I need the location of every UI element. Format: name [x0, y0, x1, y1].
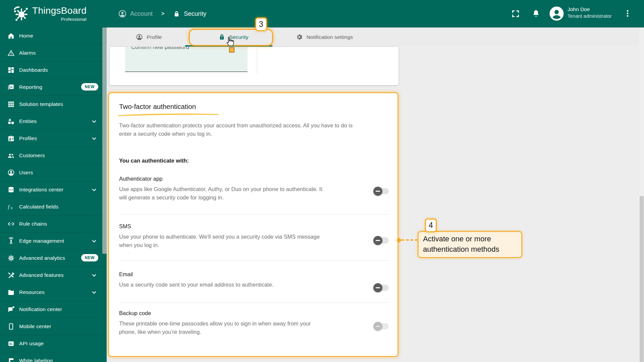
profile-icon — [136, 34, 143, 41]
row-divider — [119, 302, 389, 303]
reporting-icon — [7, 83, 15, 91]
thingsboard-logo-icon — [13, 6, 29, 22]
sidebar-item-label: Dashboards — [19, 67, 48, 73]
method-sms: SMS Use your phone to authenticate. We'l… — [119, 223, 354, 249]
sidebar-scrollbar-thumb[interactable] — [102, 27, 107, 254]
two-factor-authentication-card: Two-factor authentication Two-factor aut… — [108, 92, 398, 357]
dashboards-icon — [7, 66, 15, 74]
change-password-card: Confirm new password — [110, 47, 398, 85]
breadcrumb: Account > Security — [118, 0, 206, 27]
sidebar-item-profiles[interactable]: Profiles — [0, 130, 103, 147]
tab-notification-settings[interactable]: Notification settings — [276, 27, 373, 47]
sidebar-item-resources[interactable]: Resources — [0, 284, 103, 301]
sidebar-item-label: Mobile center — [19, 323, 51, 329]
method-email: Email Use a security code sent to your e… — [119, 271, 354, 289]
users-icon — [7, 169, 15, 176]
sidebar-item-solution-templates[interactable]: Solution templates — [0, 96, 103, 113]
tab-label: Security — [229, 34, 249, 40]
fullscreen-button[interactable] — [511, 9, 520, 18]
entities-icon — [7, 118, 15, 125]
chevron-down-icon — [91, 136, 97, 141]
chevron-down-icon — [91, 187, 97, 193]
account-circle-icon — [118, 9, 127, 18]
new-badge: NEW — [81, 254, 99, 261]
more-menu-button[interactable] — [623, 9, 632, 18]
method-description: These printable one-time passcodes allow… — [119, 319, 354, 336]
sidebar-item-label: Calculated fields — [19, 204, 58, 210]
sidebar-item-dashboards[interactable]: Dashboards — [0, 62, 103, 79]
rule-chains-icon — [7, 220, 15, 228]
sidebar-item-customers[interactable]: Customers — [0, 147, 103, 164]
advanced-analytics-icon — [7, 254, 15, 262]
method-description: Use apps like Google Authenticator, Auth… — [119, 185, 354, 202]
resources-icon — [7, 289, 15, 296]
sidebar-item-alarms[interactable]: Alarms — [0, 45, 103, 62]
sidebar-item-white-labeling[interactable]: White labeling — [0, 352, 103, 362]
sidebar-item-rule-chains[interactable]: Rule chains — [0, 216, 103, 233]
sidebar-item-edge-management[interactable]: Edge management — [0, 233, 103, 250]
sidebar-item-reporting[interactable]: Reporting NEW — [0, 79, 103, 96]
toggle-thumb-off — [373, 236, 382, 245]
callout-connector-dashes — [401, 239, 418, 241]
new-badge: NEW — [81, 83, 99, 90]
sidebar-item-users[interactable]: Users — [0, 164, 103, 181]
sidebar-item-label: Solution templates — [19, 101, 63, 107]
step4-tooltip: Activate one or more authentication meth… — [418, 231, 522, 258]
sidebar-item-label: Users — [19, 170, 33, 176]
breadcrumb-separator: > — [161, 11, 164, 17]
breadcrumb-security: Security — [184, 10, 206, 17]
sidebar-item-advanced-features[interactable]: Advanced features — [0, 267, 103, 284]
authenticator-app-toggle[interactable] — [373, 186, 389, 196]
calculated-fields-icon — [7, 203, 15, 210]
sidebar-nav-list: Home Alarms Dashboards Reporting NEW Sol… — [0, 27, 103, 362]
main-content: Profile Security Notification settings C… — [107, 27, 644, 362]
email-toggle[interactable] — [373, 283, 389, 292]
sidebar-item-label: Integrations center — [19, 187, 63, 193]
lock-icon — [173, 10, 180, 17]
logo-title: ThingsBoard — [32, 5, 87, 16]
edge-management-icon — [7, 237, 15, 245]
chevron-down-icon — [91, 238, 97, 244]
sidebar-item-label: Resources — [19, 289, 45, 295]
method-name: Backup code — [119, 310, 354, 316]
sidebar-item-mobile-center[interactable]: Mobile center — [0, 318, 103, 335]
step4-badge: 4 — [425, 219, 437, 232]
method-name: SMS — [119, 223, 354, 230]
form-column-divider — [257, 47, 257, 73]
tab-profile[interactable]: Profile — [107, 27, 191, 47]
advanced-features-icon — [7, 272, 15, 279]
row-divider — [119, 260, 389, 261]
twofa-intro-text: Two-factor authentication protects your … — [119, 121, 353, 138]
breadcrumb-account[interactable]: Account — [130, 10, 153, 17]
sidebar-item-api-usage[interactable]: API usage — [0, 335, 103, 352]
home-icon — [7, 32, 15, 40]
alarm-icon — [7, 49, 15, 57]
sidebar-item-notification-center[interactable]: Notification center — [0, 301, 103, 318]
sidebar-item-calculated-fields[interactable]: Calculated fields — [0, 198, 103, 216]
sidebar-item-entities[interactable]: Entities — [0, 113, 103, 130]
sms-toggle[interactable] — [373, 236, 389, 245]
sidebar-item-advanced-analytics[interactable]: Advanced analytics NEW — [0, 250, 103, 267]
profiles-icon — [7, 135, 15, 142]
tooltip-text: Activate one or more authentication meth… — [423, 234, 517, 254]
row-divider — [119, 214, 389, 215]
backup-code-toggle[interactable] — [373, 321, 389, 331]
twofa-subheading: You can authenticate with: — [119, 158, 189, 164]
chevron-down-icon — [91, 119, 97, 124]
toggle-thumb-off — [373, 283, 382, 292]
method-description: Use your phone to authenticate. We'll se… — [119, 233, 354, 249]
method-backup-code: Backup code These printable one-time pas… — [119, 310, 354, 336]
notifications-bell-button[interactable] — [532, 9, 540, 17]
tab-label: Notification settings — [307, 34, 353, 40]
user-avatar[interactable] — [549, 6, 564, 21]
sidebar-item-label: White labeling — [19, 358, 53, 362]
sidebar-item-label: Alarms — [19, 50, 36, 56]
toggle-thumb-off — [373, 322, 382, 331]
sidebar-item-label: Profiles — [19, 135, 37, 141]
sidebar-item-label: Advanced analytics — [19, 255, 65, 261]
sidebar-item-home[interactable]: Home — [0, 27, 103, 45]
twofa-title: Two-factor authentication — [119, 103, 196, 111]
sidebar-item-label: API usage — [19, 341, 44, 347]
page-scrollbar-thumb[interactable] — [640, 196, 644, 362]
sidebar-item-integrations-center[interactable]: Integrations center — [0, 181, 103, 198]
